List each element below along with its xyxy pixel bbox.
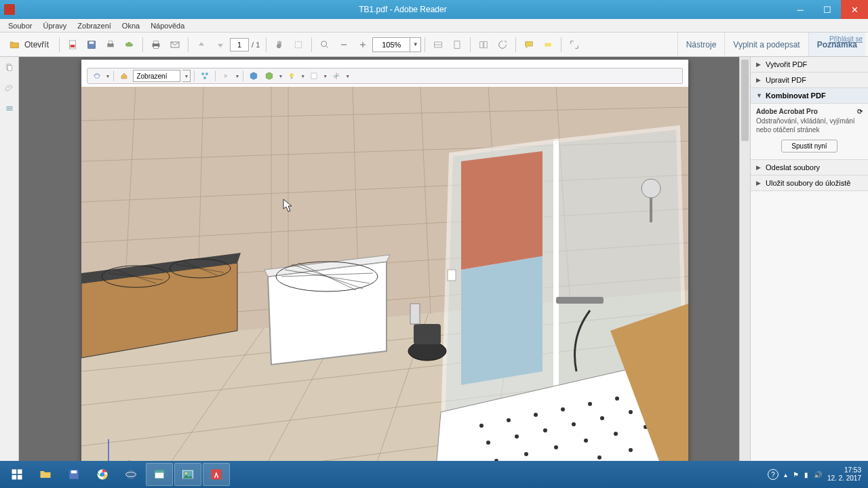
render-mode[interactable]	[262, 70, 276, 82]
taskbar-app1[interactable]	[117, 463, 144, 486]
menu-view[interactable]: Zobrazení	[72, 22, 117, 30]
print-button[interactable]	[102, 36, 119, 54]
home-view[interactable]	[117, 70, 131, 82]
save-icon	[86, 39, 97, 50]
create-pdf-button[interactable]	[64, 36, 81, 54]
svg-point-64	[534, 413, 538, 417]
tray-clock[interactable]: 17:53 12. 2. 2017	[827, 466, 861, 483]
svg-marker-59	[461, 151, 542, 270]
play-button[interactable]	[219, 70, 233, 82]
refresh-icon[interactable]: ⟳	[857, 108, 863, 115]
sign-panel-button[interactable]: Vyplnit a podepsat	[724, 33, 808, 56]
comment-button[interactable]	[520, 36, 538, 54]
print2-button[interactable]	[147, 36, 165, 54]
highlight-icon	[542, 39, 553, 50]
maximize-button[interactable]: ☐	[814, 0, 841, 19]
save-button[interactable]	[83, 36, 100, 54]
mail-icon	[170, 39, 180, 50]
panel-edit-pdf[interactable]: ▶Upravit PDF	[751, 73, 868, 88]
zoom-dropdown[interactable]: ▼	[410, 37, 421, 52]
orbit-tool[interactable]	[90, 70, 104, 82]
signin-link[interactable]: Přihlásit se	[829, 35, 863, 43]
document-area[interactable]: ▼ ▼ ▼ ▼ ▼ ▼ ▼	[19, 57, 750, 461]
taskbar-app2[interactable]	[146, 463, 173, 486]
model-tree[interactable]	[198, 70, 212, 82]
cube-view[interactable]	[247, 70, 260, 82]
taskbar-save[interactable]	[60, 463, 87, 486]
arrow-down-icon	[215, 39, 226, 50]
fit-page-button[interactable]	[448, 36, 466, 54]
zoom-out-button[interactable]	[316, 36, 334, 54]
fit-width-button[interactable]	[429, 36, 447, 54]
fullscreen-button[interactable]	[566, 36, 583, 54]
view-preset-input[interactable]	[133, 70, 180, 82]
panel-send-files[interactable]: ▶Odeslat soubory	[751, 160, 868, 176]
svg-rect-109	[410, 304, 420, 324]
panel-combine-pdf[interactable]: ▼Kombinovat PDF	[751, 88, 868, 104]
svg-point-67	[615, 396, 619, 401]
page-up-button[interactable]	[193, 36, 210, 54]
cross-section[interactable]	[330, 70, 343, 82]
app-icon	[4, 4, 15, 15]
svg-point-89	[642, 179, 660, 198]
box-icon	[264, 71, 274, 81]
taskbar-app3[interactable]	[174, 463, 201, 486]
start-button[interactable]	[3, 463, 31, 486]
rotate-button[interactable]	[494, 36, 511, 54]
sound-tray-icon[interactable]: 🔊	[814, 471, 822, 479]
open-button[interactable]: Otevřít	[3, 36, 55, 54]
tray-chevron-icon[interactable]: ▴	[784, 471, 787, 479]
start-now-button[interactable]: Spustit nyní	[781, 140, 837, 152]
svg-rect-8	[154, 46, 159, 48]
bg-color[interactable]	[307, 70, 321, 82]
paperclip-icon	[5, 83, 14, 93]
page-down-button[interactable]	[212, 36, 229, 54]
attachments-button[interactable]	[3, 81, 16, 95]
svg-rect-28	[311, 73, 317, 79]
taskbar-explorer[interactable]	[32, 463, 59, 486]
book-icon	[478, 39, 489, 50]
zoom-value[interactable]: 105%	[372, 37, 410, 52]
panel-create-pdf[interactable]: ▶Vytvořit PDF	[751, 57, 868, 73]
vertical-scrollbar[interactable]	[739, 57, 750, 461]
hand-tool-button[interactable]	[271, 36, 288, 54]
view-preset-dropdown[interactable]: ▼	[182, 70, 191, 82]
select-tool-button[interactable]	[290, 36, 307, 54]
plus-button[interactable]	[354, 36, 372, 54]
menu-window[interactable]: Okna	[117, 22, 145, 30]
page-number-input[interactable]	[230, 38, 249, 52]
taskbar-chrome[interactable]	[89, 463, 116, 486]
3d-scene-viewport[interactable]	[81, 87, 688, 461]
svg-point-79	[584, 439, 588, 443]
scrollbar-thumb[interactable]	[741, 60, 749, 141]
window-titlebar: TB1.pdf - Adobe Reader ─ ☐ ✕	[0, 0, 868, 19]
email-button[interactable]	[166, 36, 184, 54]
doc-pdf-icon	[67, 39, 78, 50]
comment-icon	[524, 39, 534, 50]
help-tray-icon[interactable]: ?	[768, 469, 778, 480]
layers-button[interactable]	[3, 102, 16, 115]
3d-viewer-toolbar: ▼ ▼ ▼ ▼ ▼ ▼ ▼	[87, 68, 683, 84]
svg-point-80	[614, 432, 618, 436]
panel-store-files[interactable]: ▶Uložit soubory do úložistě	[751, 176, 868, 191]
read-mode-button[interactable]	[475, 36, 492, 54]
orbit-icon	[92, 71, 102, 81]
menu-help[interactable]: Nápověda	[145, 22, 190, 30]
menu-file[interactable]: Soubor	[3, 22, 37, 30]
close-button[interactable]: ✕	[841, 0, 868, 19]
expand-icon	[569, 39, 580, 50]
highlight-button[interactable]	[539, 36, 557, 54]
fit-width-icon	[433, 39, 443, 50]
svg-rect-125	[155, 470, 163, 472]
minus-button[interactable]	[335, 36, 353, 54]
windows-taskbar: ? ▴ ⚑ ▮ 🔊 17:53 12. 2. 2017	[0, 461, 868, 488]
menu-edit[interactable]: Úpravy	[37, 22, 72, 30]
flag-tray-icon[interactable]: ⚑	[793, 471, 799, 479]
share-button[interactable]	[121, 36, 138, 54]
minimize-button[interactable]: ─	[787, 0, 814, 19]
light-mode[interactable]	[285, 70, 298, 82]
tools-panel-button[interactable]: Nástroje	[677, 33, 725, 56]
network-tray-icon[interactable]: ▮	[804, 471, 808, 479]
taskbar-adobe[interactable]	[203, 463, 230, 486]
thumbnails-button[interactable]	[3, 61, 16, 75]
